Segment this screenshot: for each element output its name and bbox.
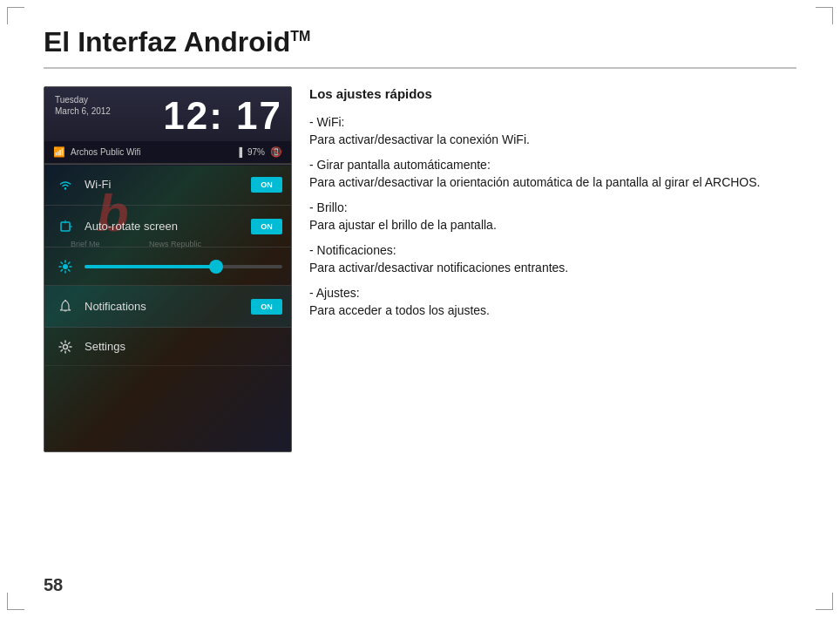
text-wifi: Para activar/desactivar la conexión WiFi… — [309, 131, 796, 149]
text-brightness: Para ajustar el brillo de la pantalla. — [309, 216, 796, 234]
autorotate-toggle[interactable]: ON — [251, 219, 282, 234]
date-display: Tuesday March 6, 2012 — [55, 94, 111, 117]
desc-autorotate: - Girar pantalla automáticamente: Para a… — [309, 158, 796, 192]
wifi-network-name: Archos Public Wifi — [71, 147, 231, 157]
corner-mark-tl — [7, 7, 24, 24]
brightness-fill — [85, 265, 213, 268]
autorotate-icon — [53, 220, 78, 234]
brightness-thumb — [209, 260, 223, 274]
svg-point-12 — [64, 344, 68, 349]
settings-label: Settings — [85, 340, 282, 353]
page-title: El Interfaz AndroidTM — [44, 26, 796, 58]
page-title-suffix: TM — [290, 29, 310, 44]
wifi-icon — [53, 180, 78, 190]
wifi-label: Wi-Fi — [85, 178, 251, 191]
qs-notifications-item[interactable]: Notifications ON — [44, 286, 291, 328]
bullet-autorotate: - Girar pantalla automáticamente: — [309, 158, 796, 172]
desc-wifi: - WiFi: Para activar/desactivar la conex… — [309, 115, 796, 149]
qs-autorotate-item[interactable]: Auto-rotate screen ON — [44, 206, 291, 247]
page-container: El Interfaz AndroidTM Tuesday March 6, 2… — [0, 0, 840, 478]
bullet-settings: - Ajustes: — [309, 286, 796, 300]
page-title-text: El Interfaz Android — [44, 26, 290, 58]
brightness-slider[interactable] — [85, 265, 282, 268]
notifications-toggle[interactable]: ON — [251, 299, 282, 315]
page-number: 58 — [44, 575, 63, 595]
bullet-brightness: - Brillo: — [309, 200, 796, 214]
date-line2: March 6, 2012 — [55, 105, 111, 117]
desc-settings: - Ajustes: Para acceder a todos los ajus… — [309, 286, 796, 320]
wifi-status-icon: 📶 — [53, 146, 65, 158]
notifications-icon — [53, 300, 78, 314]
svg-line-9 — [69, 262, 71, 264]
clock-display: 12: 17 — [163, 94, 282, 138]
svg-line-10 — [61, 269, 63, 271]
battery-icon: ▐ — [236, 147, 242, 157]
main-content: Tuesday March 6, 2012 12: 17 📶 Archos Pu… — [44, 86, 796, 452]
settings-icon — [53, 340, 78, 354]
title-divider — [44, 67, 796, 69]
svg-line-7 — [61, 262, 63, 264]
desc-notifications: - Notificaciones: Para activar/desactiva… — [309, 243, 796, 277]
description-block: - WiFi: Para activar/desactivar la conex… — [309, 115, 796, 320]
wifi-toggle[interactable]: ON — [251, 177, 282, 193]
svg-point-0 — [64, 187, 66, 189]
text-notifications: Para activar/desactivar notificaciones e… — [309, 259, 796, 277]
svg-point-2 — [63, 264, 68, 269]
android-screenshot: Tuesday March 6, 2012 12: 17 📶 Archos Pu… — [44, 86, 292, 452]
corner-mark-tr — [816, 7, 833, 24]
notifications-label: Notifications — [85, 300, 251, 313]
corner-mark-bl — [7, 593, 24, 610]
battery-percentage: 97% — [247, 147, 265, 157]
brightness-icon — [53, 260, 78, 274]
corner-mark-br — [816, 593, 833, 610]
signal-icon: 📵 — [270, 146, 282, 158]
qs-wifi-item[interactable]: Wi-Fi ON — [44, 164, 291, 206]
text-settings: Para acceder a todos los ajustes. — [309, 302, 796, 320]
wifi-status-row: 📶 Archos Public Wifi ▐ 97% 📵 — [44, 141, 291, 164]
autorotate-label: Auto-rotate screen — [85, 220, 251, 233]
text-content-panel: Los ajustes rápidos - WiFi: Para activar… — [309, 86, 796, 452]
bullet-notifications: - Notificaciones: — [309, 243, 796, 257]
text-autorotate: Para activar/desactivar la orientación a… — [309, 173, 796, 192]
qs-brightness-item[interactable] — [44, 247, 291, 286]
status-bar: Tuesday March 6, 2012 12: 17 — [44, 87, 291, 141]
svg-point-11 — [64, 300, 66, 302]
qs-settings-item[interactable]: Settings — [44, 328, 291, 366]
quick-settings-panel: Wi-Fi ON Auto-rotate screen ON — [44, 164, 291, 366]
bullet-wifi: - WiFi: — [309, 115, 796, 129]
desc-brightness: - Brillo: Para ajustar el brillo de la p… — [309, 200, 796, 234]
section-title: Los ajustes rápidos — [309, 86, 796, 101]
date-line1: Tuesday — [55, 94, 111, 105]
svg-line-8 — [69, 269, 71, 271]
